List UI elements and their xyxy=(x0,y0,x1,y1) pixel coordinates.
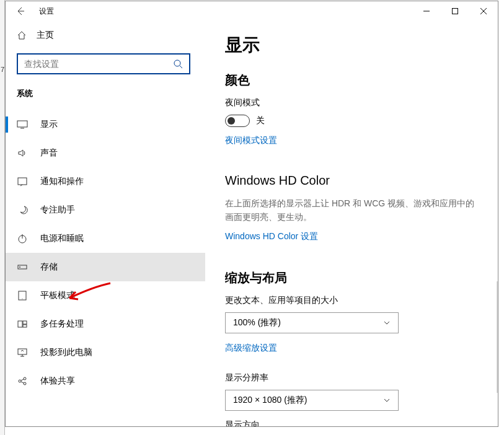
titlebar: 设置 xyxy=(6,1,498,21)
multitask-icon xyxy=(17,319,28,330)
night-mode-state: 关 xyxy=(256,115,265,126)
sidebar-item-multitask[interactable]: 多任务处理 xyxy=(6,310,205,338)
notification-icon xyxy=(17,176,28,187)
chevron-down-icon xyxy=(383,319,391,327)
night-mode-toggle[interactable] xyxy=(225,115,250,127)
sidebar: 主页 系统 显示声音通知和操作专注助手电源和睡眠存储平板模式多任务处理投影到此电… xyxy=(6,21,205,426)
advanced-scale-link[interactable]: 高级缩放设置 xyxy=(225,343,277,354)
sidebar-item-tablet[interactable]: 平板模式 xyxy=(6,281,205,310)
search-container xyxy=(6,47,205,81)
resolution-value: 1920 × 1080 (推荐) xyxy=(233,395,307,406)
home-icon xyxy=(17,30,27,40)
text-size-value: 100% (推荐) xyxy=(233,317,281,328)
svg-point-19 xyxy=(19,380,21,382)
search-input[interactable] xyxy=(17,53,190,74)
maximize-button[interactable] xyxy=(441,1,469,21)
hd-heading: Windows HD Color xyxy=(225,174,478,188)
svg-point-20 xyxy=(24,377,26,380)
home-label: 主页 xyxy=(37,30,54,41)
sidebar-item-label: 声音 xyxy=(40,147,58,159)
section-scale: 缩放与布局 更改文本、应用等项目的大小 100% (推荐) 高级缩放设置 显示分… xyxy=(225,270,478,426)
sidebar-section-label: 系统 xyxy=(6,81,205,104)
svg-line-23 xyxy=(21,382,24,383)
page-title: 显示 xyxy=(225,33,478,57)
close-button[interactable] xyxy=(469,1,498,21)
window-title: 设置 xyxy=(39,6,54,17)
svg-rect-6 xyxy=(17,121,27,127)
window-body: 主页 系统 显示声音通知和操作专注助手电源和睡眠存储平板模式多任务处理投影到此电… xyxy=(6,21,498,426)
section-hd-color: Windows HD Color 在上面所选择的显示器上让 HDR 和 WCG … xyxy=(225,174,478,250)
svg-line-22 xyxy=(21,379,24,380)
sidebar-item-sound[interactable]: 声音 xyxy=(6,139,205,167)
sidebar-item-label: 多任务处理 xyxy=(40,319,84,330)
search-field[interactable] xyxy=(24,59,173,69)
svg-point-12 xyxy=(19,266,20,268)
night-mode-toggle-row: 关 xyxy=(225,115,478,127)
sidebar-item-focus[interactable]: 专注助手 xyxy=(6,196,205,224)
display-icon xyxy=(17,119,28,130)
night-mode-settings-link[interactable]: 夜间模式设置 xyxy=(225,135,277,146)
text-size-select[interactable]: 100% (推荐) xyxy=(225,312,399,333)
orientation-label: 显示方向 xyxy=(225,420,478,426)
sidebar-item-label: 存储 xyxy=(40,261,58,273)
svg-point-21 xyxy=(24,382,26,385)
scrollbar[interactable] xyxy=(497,281,498,393)
window-controls xyxy=(412,1,498,21)
sidebar-item-label: 电源和睡眠 xyxy=(40,233,84,244)
section-color: 颜色 夜间模式 关 夜间模式设置 xyxy=(225,72,478,154)
sidebar-item-label: 体验共享 xyxy=(40,376,75,387)
sidebar-item-storage[interactable]: 存储 xyxy=(6,253,205,281)
settings-window: 设置 主页 系统 显示声音通知和操作专注助手电源和睡眠存储平板模式多任务处理投影… xyxy=(5,1,498,427)
tablet-icon xyxy=(17,290,28,301)
sidebar-item-project[interactable]: 投影到此电脑 xyxy=(6,338,205,367)
svg-rect-15 xyxy=(18,321,22,327)
color-heading: 颜色 xyxy=(225,72,478,89)
storage-icon xyxy=(17,261,28,273)
svg-rect-16 xyxy=(23,321,27,324)
sidebar-item-label: 显示 xyxy=(40,119,58,130)
svg-line-5 xyxy=(180,66,182,68)
share-icon xyxy=(17,376,28,387)
sidebar-item-label: 专注助手 xyxy=(40,204,75,216)
svg-point-4 xyxy=(174,60,180,66)
back-button[interactable] xyxy=(6,1,35,21)
hd-description: 在上面所选择的显示器上让 HDR 和 WCG 视频、游戏和应用中的画面更明亮、更… xyxy=(225,196,478,224)
sidebar-item-notification[interactable]: 通知和操作 xyxy=(6,167,205,196)
scale-heading: 缩放与布局 xyxy=(225,270,478,286)
sidebar-nav: 显示声音通知和操作专注助手电源和睡眠存储平板模式多任务处理投影到此电脑体验共享 xyxy=(6,110,205,426)
sidebar-item-label: 投影到此电脑 xyxy=(40,347,92,358)
background-window-edge: 7 xyxy=(0,0,5,435)
resolution-label: 显示分辨率 xyxy=(225,372,478,384)
minimize-button[interactable] xyxy=(412,1,441,21)
sidebar-item-label: 通知和操作 xyxy=(40,176,84,187)
sound-icon xyxy=(17,147,28,159)
svg-point-14 xyxy=(22,299,23,299)
sidebar-item-display[interactable]: 显示 xyxy=(6,110,205,139)
hd-settings-link[interactable]: Windows HD Color 设置 xyxy=(225,231,318,242)
sidebar-item-label: 平板模式 xyxy=(40,290,75,301)
content-panel: 显示 颜色 夜间模式 关 夜间模式设置 Windows HD Color 在上面… xyxy=(205,21,498,426)
svg-rect-8 xyxy=(18,178,27,185)
focus-icon xyxy=(17,204,28,216)
svg-rect-17 xyxy=(23,325,27,327)
resolution-select[interactable]: 1920 × 1080 (推荐) xyxy=(225,390,399,411)
sidebar-item-power[interactable]: 电源和睡眠 xyxy=(6,224,205,253)
project-icon xyxy=(17,347,28,358)
chevron-down-icon xyxy=(383,397,391,404)
search-icon xyxy=(173,59,183,69)
night-mode-label: 夜间模式 xyxy=(225,97,478,108)
sidebar-item-share[interactable]: 体验共享 xyxy=(6,367,205,395)
svg-rect-1 xyxy=(453,9,458,14)
power-icon xyxy=(17,233,28,244)
home-link[interactable]: 主页 xyxy=(6,24,205,47)
text-size-label: 更改文本、应用等项目的大小 xyxy=(225,295,478,306)
